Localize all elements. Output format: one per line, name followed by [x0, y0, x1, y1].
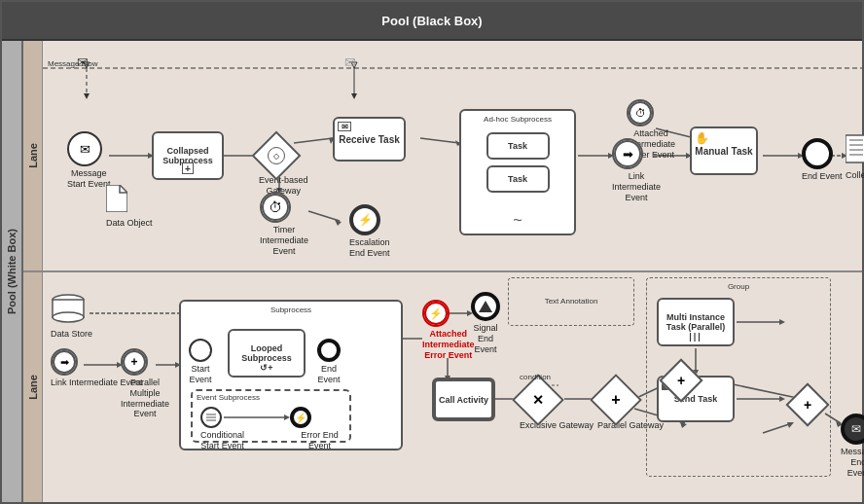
- error-end-label: Error End Event: [290, 430, 349, 451]
- adhoc-marker: ~: [513, 212, 522, 230]
- receive-task-label: Receive Task: [339, 134, 400, 145]
- svg-marker-77: [779, 396, 785, 402]
- message-end-circle: ✉: [841, 414, 864, 445]
- pool-black-box: Pool (Black Box): [2, 2, 862, 41]
- data-store: Data Store: [51, 294, 92, 340]
- event-subprocess-label: Event Subprocess: [197, 393, 260, 403]
- message-start-label: MessageStart Event: [67, 168, 111, 190]
- plus-icon1: +: [677, 373, 685, 388]
- adhoc-task1-label: Task: [508, 141, 527, 151]
- text-annotation-label: Text Annotation: [545, 297, 598, 306]
- lower-link-icon: ➡: [60, 356, 69, 369]
- parallel-gateway-container[interactable]: +: [597, 381, 634, 418]
- attached-error-circle: ⚡: [422, 300, 450, 327]
- parallel-multiple-icon: +: [130, 355, 137, 369]
- svg-point-68: [53, 312, 84, 322]
- pool-white-box-label: Pool (White Box): [2, 41, 23, 502]
- collection-icon: [846, 133, 864, 164]
- message-end-event: ✉ Message End Event: [841, 414, 864, 478]
- plus-gateway2[interactable]: +: [792, 389, 823, 420]
- attached-error-icon: ⚡: [429, 307, 443, 320]
- conditional-start-label: ConditionalStart Event: [200, 430, 244, 451]
- plus-gateway1[interactable]: +: [666, 365, 697, 396]
- signal-triangle: [479, 301, 492, 312]
- svg-marker-79: [779, 319, 785, 325]
- signal-end-event: SignalEndEvent: [471, 292, 500, 354]
- manual-task[interactable]: ✋ Manual Task: [690, 126, 758, 175]
- event-based-gateway[interactable]: ◇ Event-basedGateway: [259, 138, 308, 197]
- conditional-start-circle: [200, 407, 222, 428]
- group-label: Group: [728, 282, 749, 292]
- subprocess-end-circle: [317, 339, 341, 362]
- collapsed-subprocess-box[interactable]: CollapsedSubprocess +: [152, 131, 224, 180]
- text-annotation-box: Text Annotation: [508, 277, 634, 326]
- multi-instance-marker: |||: [689, 332, 702, 342]
- message-flow-label: Message Flow: [48, 53, 98, 70]
- receive-task[interactable]: ✉ Receive Task: [333, 117, 406, 162]
- gateway-container[interactable]: ◇: [259, 138, 294, 173]
- message-start-circle: ✉: [67, 131, 102, 166]
- conditional-icon: [204, 411, 218, 424]
- signal-end-circle: [471, 292, 500, 321]
- multi-instance-task[interactable]: Multi Instance Task (Parallel) |||: [657, 298, 735, 346]
- exclusive-gateway[interactable]: ✕ Exclusive Gateway: [520, 381, 594, 431]
- content-area: Lane: [23, 41, 862, 502]
- end-event-circle: [802, 138, 833, 169]
- plus-gateway2-container[interactable]: +: [792, 389, 823, 420]
- parallel-multiple-circle: +: [121, 348, 148, 376]
- adhoc-task2[interactable]: Task: [486, 165, 550, 193]
- adhoc-task2-label: Task: [508, 174, 527, 184]
- hand-icon: ✋: [695, 131, 709, 145]
- looped-subprocess[interactable]: Looped Subprocess ↺+: [228, 329, 306, 378]
- exclusive-gateway-label: Exclusive Gateway: [520, 420, 594, 431]
- lane-lower-text: Lane: [27, 375, 39, 400]
- condition-label: condition: [520, 366, 551, 383]
- multi-instance-box[interactable]: Multi Instance Task (Parallel) |||: [657, 298, 735, 346]
- collapsed-subprocess[interactable]: CollapsedSubprocess +: [152, 131, 224, 180]
- message-flow-icon: ✉: [77, 54, 89, 70]
- svg-marker-4: [351, 93, 357, 99]
- looped-subprocess-box[interactable]: Looped Subprocess ↺+: [228, 329, 306, 378]
- subprocess-start-circle: [189, 339, 212, 362]
- gateway-inner-symbol: ◇: [268, 147, 285, 164]
- plus-gateway1-container[interactable]: +: [666, 365, 697, 396]
- adhoc-task1[interactable]: Task: [486, 132, 550, 160]
- call-activity-box[interactable]: Call Activity: [432, 378, 495, 421]
- collection: Collection: [846, 133, 864, 181]
- attached-timer-circle: ⏱: [627, 99, 654, 126]
- subprocess-end-event: EndEvent: [317, 339, 341, 385]
- attached-error-label: AttachedIntermediateError Event: [422, 329, 475, 360]
- event-based-inner: ◇: [268, 147, 285, 164]
- message-end-icon: ✉: [851, 422, 861, 436]
- attached-error-event: ⚡ AttachedIntermediateError Event: [422, 300, 475, 360]
- message-start-event: ✉ MessageStart Event: [67, 131, 111, 190]
- timer-label: TimerIntermediateEvent: [260, 225, 308, 256]
- escalation-end-event: ⚡ EscalationEnd Event: [349, 204, 390, 259]
- multi-instance-label: Multi Instance Task (Parallel): [659, 312, 733, 332]
- error-end-event-lower: ⚡ Error End Event: [290, 407, 349, 451]
- conditional-start-event: ConditionalStart Event: [200, 407, 244, 451]
- looped-subprocess-label: Looped Subprocess: [230, 343, 304, 363]
- adhoc-subprocess[interactable]: Ad-hoc Subprocess Task Task ~: [459, 109, 576, 235]
- receive-task-box[interactable]: ✉ Receive Task: [333, 117, 406, 162]
- lane-upper-text: Lane: [27, 143, 39, 168]
- call-activity[interactable]: Call Activity: [432, 378, 495, 421]
- link-icon: ➡: [623, 147, 633, 162]
- pool-black-box-label: Pool (Black Box): [381, 14, 482, 28]
- subprocess-marker: +: [182, 162, 194, 174]
- manual-task-label: Manual Task: [695, 146, 752, 157]
- svg-line-15: [308, 211, 340, 221]
- subprocess-label: Subprocess: [270, 306, 311, 315]
- lane-lower-label: Lane: [23, 272, 43, 502]
- error-icon: ⚡: [295, 413, 306, 423]
- lane-lower: Lane: [23, 272, 862, 502]
- timer-intermediate-event: ⏱ TimerIntermediateEvent: [260, 192, 308, 256]
- subprocess-box[interactable]: Subprocess StartEvent Looped Subprocess …: [179, 300, 403, 450]
- link-intermediate-event: ➡ LinkIntermediateEvent: [612, 138, 661, 202]
- manual-task-box[interactable]: ✋ Manual Task: [690, 126, 758, 175]
- lane-upper: Lane: [23, 41, 862, 272]
- parallel-multiple-event: + ParallelMultipleIntermediateEvent: [121, 348, 169, 419]
- event-subprocess-box[interactable]: Event Subprocess ConditionalStart Event: [191, 389, 351, 443]
- message-flow-icon2: ✉: [344, 54, 356, 70]
- exclusive-gateway-container[interactable]: ✕: [520, 381, 557, 418]
